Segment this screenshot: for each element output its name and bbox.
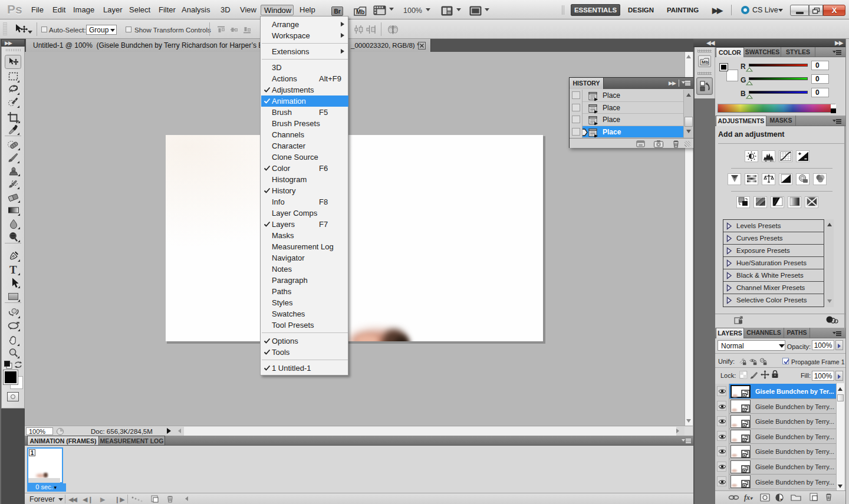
- svg-text:Mb: Mb: [702, 60, 709, 65]
- svg-text:T: T: [9, 263, 17, 276]
- svg-text:Mb: Mb: [356, 9, 364, 15]
